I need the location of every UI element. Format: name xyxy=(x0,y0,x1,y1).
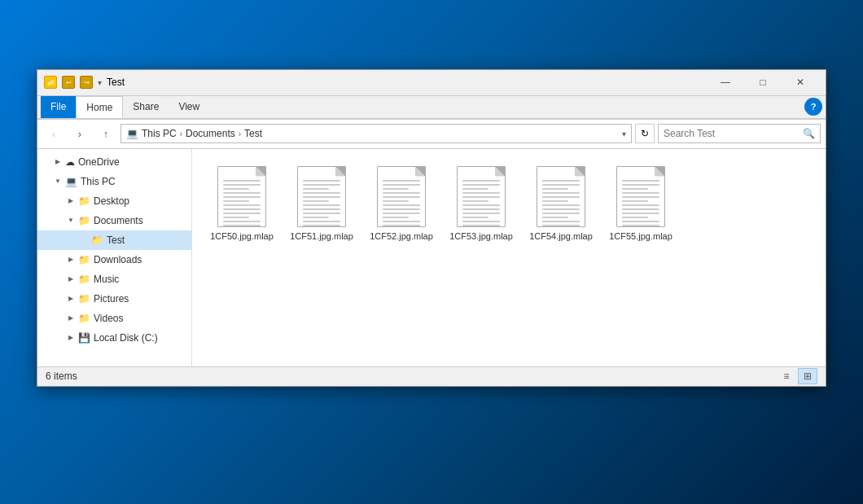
tab-file[interactable]: File xyxy=(41,96,76,118)
help-button[interactable]: ? xyxy=(804,98,822,116)
file-icon-2 xyxy=(377,166,426,227)
line xyxy=(462,184,500,186)
tab-share[interactable]: Share xyxy=(123,96,169,118)
up-button[interactable]: ↑ xyxy=(94,122,117,145)
line xyxy=(303,200,329,202)
sidebar-item-music[interactable]: ▶ 📁 Music xyxy=(37,270,191,289)
tab-view[interactable]: View xyxy=(169,96,209,118)
documents-icon: 📁 xyxy=(78,215,90,226)
sidebar-label-videos: Videos xyxy=(94,313,123,324)
breadcrumb-documents[interactable]: Documents xyxy=(186,128,235,139)
address-dropdown-arrow[interactable]: ▾ xyxy=(622,129,626,138)
breadcrumb-test[interactable]: Test xyxy=(244,128,262,139)
file-page-1 xyxy=(297,166,346,227)
line xyxy=(303,208,340,210)
file-item-1[interactable]: 1CF51.jpg.mlap xyxy=(285,162,358,246)
line xyxy=(462,196,500,198)
line xyxy=(223,217,249,218)
line xyxy=(462,180,500,182)
sidebar-item-thispc[interactable]: ▼ 💻 This PC xyxy=(37,172,191,191)
tab-home[interactable]: Home xyxy=(76,96,123,118)
sidebar-item-downloads[interactable]: ▶ 📁 Downloads xyxy=(37,250,191,270)
sidebar-item-localdisk[interactable]: ▶ 💾 Local Disk (C:) xyxy=(37,328,191,348)
expand-icon-thispc: ▼ xyxy=(54,177,62,185)
breadcrumb-this-pc[interactable]: This PC xyxy=(142,128,177,139)
onedrive-icon: ☁ xyxy=(65,156,75,168)
sidebar-item-documents[interactable]: ▼ 📁 Documents xyxy=(37,211,191,230)
sidebar-item-videos[interactable]: ▶ 📁 Videos xyxy=(37,309,191,328)
file-page-2 xyxy=(377,166,426,227)
line xyxy=(303,225,340,226)
thispc-icon: 💻 xyxy=(65,176,77,187)
sidebar-item-pictures[interactable]: ▶ 📁 Pictures xyxy=(37,289,191,309)
file-item-5[interactable]: 1CF55.jpg.mlap xyxy=(604,162,677,246)
sidebar-item-desktop[interactable]: ▶ 📁 Desktop xyxy=(37,191,191,211)
line xyxy=(622,180,659,182)
file-item-0[interactable]: 1CF50.jpg.mlap xyxy=(205,162,278,246)
line xyxy=(622,204,659,206)
line xyxy=(303,217,329,218)
line xyxy=(622,225,659,226)
back-button[interactable]: ‹ xyxy=(42,122,65,145)
view-list-button[interactable]: ≡ xyxy=(777,368,796,384)
desktop-icon: 📁 xyxy=(78,195,90,207)
minimize-button[interactable]: — xyxy=(707,69,744,95)
line xyxy=(303,204,340,206)
line xyxy=(462,188,488,190)
search-input[interactable] xyxy=(664,128,799,139)
file-item-2[interactable]: 1CF52.jpg.mlap xyxy=(365,162,438,246)
file-page-0 xyxy=(217,166,266,227)
line xyxy=(622,208,659,210)
file-page-5 xyxy=(616,166,665,227)
line xyxy=(383,192,420,194)
window-controls: — □ ✕ xyxy=(707,69,819,95)
line xyxy=(223,188,249,190)
line xyxy=(622,196,659,198)
line xyxy=(223,213,261,214)
sidebar-label-onedrive: OneDrive xyxy=(78,156,120,168)
line xyxy=(303,180,340,182)
quick-access-btn-1[interactable]: ↩ xyxy=(62,76,75,89)
view-grid-button[interactable]: ⊞ xyxy=(798,368,817,384)
line xyxy=(462,221,500,222)
file-name-5: 1CF55.jpg.mlap xyxy=(609,230,672,242)
close-button[interactable]: ✕ xyxy=(782,69,819,95)
file-name-4: 1CF54.jpg.mlap xyxy=(529,230,593,242)
breadcrumb-sep-2: › xyxy=(239,129,241,138)
line xyxy=(462,225,500,226)
pictures-icon: 📁 xyxy=(78,293,90,305)
file-lines-4 xyxy=(542,180,580,227)
line xyxy=(622,200,648,202)
file-icon-1 xyxy=(297,166,346,227)
line xyxy=(462,208,500,210)
sidebar-item-test[interactable]: 📁 Test xyxy=(37,230,191,250)
maximize-button[interactable]: □ xyxy=(744,69,782,95)
search-bar[interactable]: 🔍 xyxy=(658,124,821,143)
sidebar-label-desktop: Desktop xyxy=(94,195,129,207)
refresh-button[interactable]: ↻ xyxy=(635,124,655,143)
address-bar[interactable]: 💻 This PC › Documents › Test ▾ xyxy=(120,124,632,143)
file-item-3[interactable]: 1CF53.jpg.mlap xyxy=(445,162,518,246)
line xyxy=(542,204,580,206)
address-bar-pc-icon: 💻 xyxy=(126,128,138,139)
expand-icon-desktop: ▶ xyxy=(67,197,75,204)
line xyxy=(303,184,340,186)
line xyxy=(383,180,420,182)
title-bar-dropdown-arrow[interactable]: ▾ xyxy=(98,78,102,87)
line xyxy=(462,200,488,202)
file-lines-0 xyxy=(223,180,261,227)
sidebar-item-onedrive[interactable]: ▶ ☁ OneDrive xyxy=(37,152,191,172)
forward-button[interactable]: › xyxy=(68,122,91,145)
file-lines-5 xyxy=(622,180,659,227)
line xyxy=(383,208,420,210)
item-count: 6 items xyxy=(46,370,77,382)
search-icon[interactable]: 🔍 xyxy=(803,128,815,139)
line xyxy=(223,184,261,186)
file-item-4[interactable]: 1CF54.jpg.mlap xyxy=(524,162,598,246)
line xyxy=(303,221,340,222)
line xyxy=(383,217,409,218)
navigation-bar: ‹ › ↑ 💻 This PC › Documents › Test ▾ ↻ 🔍 xyxy=(37,120,826,149)
line xyxy=(383,204,420,206)
quick-access-btn-2[interactable]: ↪ xyxy=(80,76,93,89)
sidebar-label-test: Test xyxy=(107,234,125,246)
